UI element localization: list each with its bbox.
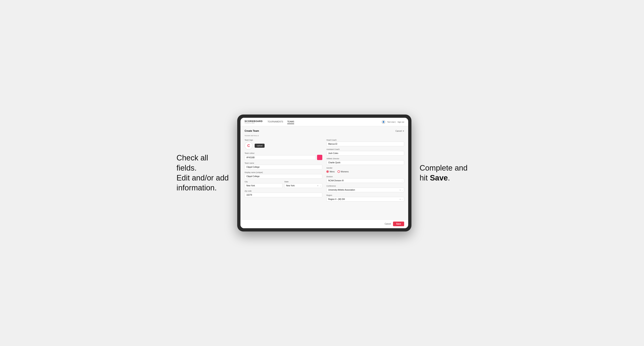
modal-cancel-header[interactable]: Cancel ✕ (396, 130, 404, 132)
gender-womens-option[interactable]: Womens (338, 170, 349, 173)
tablet-screen: SCOREBOARD Powered by clippd TOURNAMENTS… (240, 118, 408, 228)
conference-select[interactable]: University Athletic Association (326, 187, 404, 192)
state-field-group: State New York ✕ ⌄ (284, 181, 322, 188)
logo-upload-area: C Upload (244, 142, 322, 150)
left-annotation: Check all fields. Edit and/or add inform… (176, 153, 229, 193)
athletic-director-group: Athletic Director (326, 158, 404, 165)
conference-chevron-icon: ⌄ (402, 189, 403, 191)
state-clear-icon[interactable]: ✕ (317, 185, 319, 187)
nav-teams[interactable]: TEAMS (287, 120, 294, 124)
sign-out-link[interactable]: Sign out (398, 121, 404, 123)
city-state-row: City State New York ✕ (244, 181, 322, 188)
team-name-label: Team name (244, 162, 322, 164)
tablet-frame: SCOREBOARD Powered by clippd TOURNAMENTS… (237, 115, 412, 231)
team-logo-label: Team logo (244, 139, 322, 141)
logo-area: SCOREBOARD Powered by clippd (244, 120, 262, 124)
conference-group: Conference University Athletic Associati… (326, 185, 404, 192)
gender-group: Gender Mens Womens (326, 167, 404, 173)
logo-text: SCOREBOARD (244, 120, 262, 122)
conference-icons: ✕ ⌄ (400, 189, 403, 191)
modal-area: Create Team Cancel ✕ TEAM DETAILS Team l… (240, 126, 408, 219)
right-annotation-period: . (448, 173, 450, 182)
right-annotation-line2: hit Save. (420, 173, 450, 182)
form-left: Team logo C Upload Team colour (244, 139, 322, 203)
form-right: Head Coach Assistant Coach Athletic Dire… (326, 139, 404, 203)
close-icon: ✕ (402, 130, 404, 132)
nav-right: 👤 Test User | Sign out (382, 120, 404, 124)
region-group: Region Region II - (M) DIII ✕ ⌄ (326, 194, 404, 201)
team-colour-input[interactable] (244, 155, 316, 160)
team-colour-group: Team colour (244, 152, 322, 160)
head-coach-group: Head Coach (326, 139, 404, 146)
gender-mens-label: Mens (330, 171, 334, 173)
zip-code-group: Zip code (244, 190, 322, 197)
right-annotation: Complete and hit Save. (420, 163, 468, 183)
colour-row (244, 155, 322, 160)
display-name-input[interactable] (244, 174, 322, 179)
logo-sub: Powered by clippd (244, 122, 262, 124)
annotation-line3: information. (176, 183, 217, 192)
navbar: SCOREBOARD Powered by clippd TOURNAMENTS… (240, 118, 408, 126)
team-name-group: Team name (244, 162, 322, 169)
gender-row: Mens Womens (326, 170, 404, 173)
annotation-line2: Edit and/or add (176, 173, 229, 182)
city-state-group: City State New York ✕ (244, 181, 322, 188)
user-label: Test User | (387, 121, 396, 123)
gender-womens-radio[interactable] (338, 170, 340, 173)
logo-circle: C (244, 142, 252, 150)
team-colour-label: Team colour (244, 152, 322, 154)
assistant-coach-group: Assistant Coach (326, 148, 404, 156)
athletic-director-label: Athletic Director (326, 158, 404, 160)
head-coach-input[interactable] (326, 142, 404, 146)
conference-clear-icon[interactable]: ✕ (400, 189, 401, 191)
cancel-button[interactable]: Cancel (385, 223, 391, 225)
city-label: City (244, 181, 282, 183)
conference-select-wrapper: University Athletic Association ✕ ⌄ (326, 187, 404, 192)
nav-links: TOURNAMENTS TEAMS (268, 120, 382, 124)
division-label: Division (326, 176, 404, 178)
region-chevron-icon: ⌄ (402, 198, 403, 200)
state-select[interactable]: New York (284, 183, 322, 188)
cancel-label: Cancel (396, 130, 402, 132)
colour-swatch (317, 155, 322, 160)
team-name-input[interactable] (244, 165, 322, 169)
gender-label: Gender (326, 167, 404, 169)
modal-header: Create Team Cancel ✕ (244, 130, 404, 132)
display-name-group: Display name (unique) (244, 172, 322, 179)
display-name-label: Display name (unique) (244, 172, 322, 173)
zip-label: Zip code (244, 190, 322, 192)
region-clear-icon[interactable]: ✕ (400, 198, 401, 200)
gender-womens-label: Womens (341, 171, 349, 173)
annotation-line1: Check all fields. (176, 154, 208, 172)
state-select-row: New York ✕ ⌄ (284, 183, 322, 188)
conference-label: Conference (326, 185, 404, 187)
state-label: State (284, 181, 322, 183)
city-field-group: City (244, 181, 282, 188)
region-label: Region (326, 194, 404, 196)
user-avatar: 👤 (382, 120, 386, 124)
region-select[interactable]: Region II - (M) DIII (326, 197, 404, 201)
save-button[interactable]: Save (393, 222, 404, 226)
save-emphasis: Save (430, 173, 448, 182)
modal-title: Create Team (244, 130, 259, 132)
division-select[interactable]: NCAA Division III (326, 178, 404, 183)
region-icons: ✕ ⌄ (400, 198, 403, 200)
head-coach-label: Head Coach (326, 139, 404, 141)
division-select-wrapper: NCAA Division III ⌄ (326, 178, 404, 183)
nav-tournaments[interactable]: TOURNAMENTS (268, 120, 283, 124)
division-group: Division NCAA Division III ⌄ (326, 176, 404, 183)
zip-input[interactable] (244, 193, 322, 197)
athletic-director-input[interactable] (326, 160, 404, 165)
gender-mens-radio[interactable] (326, 170, 329, 173)
form-body: Team logo C Upload Team colour (244, 139, 404, 203)
assistant-coach-label: Assistant Coach (326, 148, 404, 150)
region-select-wrapper: Region II - (M) DIII ✕ ⌄ (326, 197, 404, 201)
team-logo-group: Team logo C Upload (244, 139, 322, 150)
modal-footer: Cancel Save (240, 219, 408, 228)
assistant-coach-input[interactable] (326, 151, 404, 156)
section-label: TEAM DETAILS (244, 135, 404, 137)
gender-mens-option[interactable]: Mens (326, 170, 334, 173)
right-annotation-line1: Complete and (420, 164, 468, 172)
upload-button[interactable]: Upload (255, 144, 264, 148)
city-input[interactable] (244, 183, 282, 188)
